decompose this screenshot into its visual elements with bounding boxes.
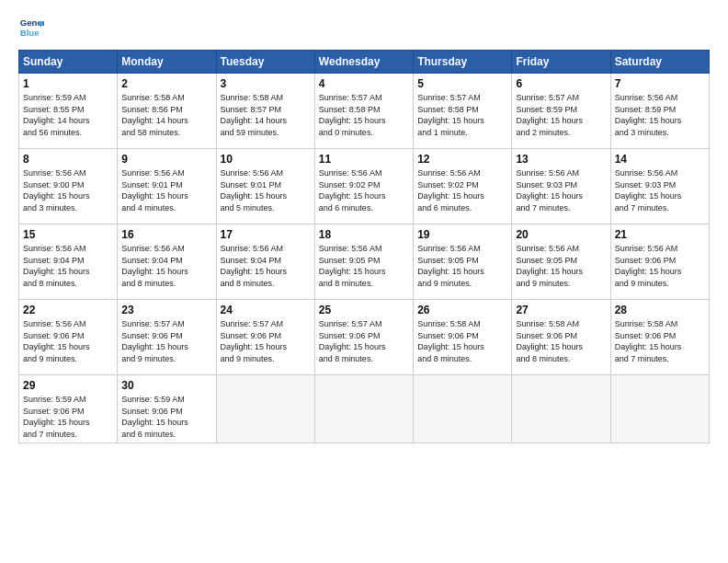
day-cell: 21 Sunrise: 5:56 AMSunset: 9:06 PMDaylig…: [610, 224, 709, 300]
day-cell: 1 Sunrise: 5:59 AMSunset: 8:55 PMDayligh…: [19, 74, 118, 149]
day-info: Sunrise: 5:56 AMSunset: 9:02 PMDaylight:…: [417, 167, 507, 213]
day-number: 1: [23, 77, 113, 90]
day-cell: 6 Sunrise: 5:57 AMSunset: 8:59 PMDayligh…: [512, 74, 610, 149]
day-info: Sunrise: 5:56 AMSunset: 9:02 PMDaylight:…: [319, 167, 409, 213]
day-info: Sunrise: 5:57 AMSunset: 8:59 PMDaylight:…: [516, 92, 606, 138]
day-cell: 17 Sunrise: 5:56 AMSunset: 9:04 PMDaylig…: [216, 224, 314, 300]
day-number: 30: [121, 379, 211, 392]
day-number: 25: [319, 304, 409, 316]
day-number: 3: [221, 77, 311, 90]
day-number: 27: [516, 304, 606, 316]
day-number: 26: [417, 304, 507, 316]
day-number: 10: [221, 153, 311, 166]
day-cell: 4 Sunrise: 5:57 AMSunset: 8:58 PMDayligh…: [314, 74, 413, 149]
day-info: Sunrise: 5:58 AMSunset: 9:06 PMDaylight:…: [417, 318, 507, 364]
day-number: 17: [221, 228, 311, 241]
day-number: 29: [23, 379, 113, 392]
day-cell: 25 Sunrise: 5:57 AMSunset: 9:06 PMDaylig…: [314, 300, 413, 375]
day-number: 22: [23, 304, 113, 316]
page: General Blue SundayMondayTuesdayWednesda…: [0, 0, 728, 563]
day-number: 4: [319, 77, 409, 90]
col-header-tuesday: Tuesday: [216, 51, 314, 74]
day-cell: 15 Sunrise: 5:56 AMSunset: 9:04 PMDaylig…: [19, 224, 118, 300]
day-info: Sunrise: 5:56 AMSunset: 9:05 PMDaylight:…: [516, 243, 606, 289]
col-header-wednesday: Wednesday: [314, 51, 413, 74]
day-number: 28: [615, 304, 705, 316]
day-cell: 11 Sunrise: 5:56 AMSunset: 9:02 PMDaylig…: [314, 149, 413, 224]
day-number: 23: [121, 304, 211, 316]
day-info: Sunrise: 5:56 AMSunset: 9:01 PMDaylight:…: [121, 167, 211, 213]
day-info: Sunrise: 5:57 AMSunset: 9:06 PMDaylight:…: [121, 318, 211, 364]
day-info: Sunrise: 5:58 AMSunset: 8:57 PMDaylight:…: [221, 92, 311, 138]
day-info: Sunrise: 5:56 AMSunset: 9:05 PMDaylight:…: [417, 243, 507, 289]
day-info: Sunrise: 5:56 AMSunset: 9:00 PMDaylight:…: [23, 167, 113, 213]
day-cell: 5 Sunrise: 5:57 AMSunset: 8:58 PMDayligh…: [414, 74, 512, 149]
day-cell: [414, 375, 512, 443]
day-number: 6: [516, 77, 606, 90]
day-info: Sunrise: 5:56 AMSunset: 9:03 PMDaylight:…: [615, 167, 705, 213]
day-number: 5: [417, 77, 507, 90]
col-header-sunday: Sunday: [19, 51, 118, 74]
day-info: Sunrise: 5:59 AMSunset: 9:06 PMDaylight:…: [121, 394, 211, 440]
header: General Blue: [18, 15, 710, 40]
day-info: Sunrise: 5:56 AMSunset: 9:06 PMDaylight:…: [615, 243, 705, 289]
day-number: 16: [121, 228, 211, 241]
day-info: Sunrise: 5:56 AMSunset: 9:01 PMDaylight:…: [221, 167, 311, 213]
day-info: Sunrise: 5:56 AMSunset: 9:04 PMDaylight:…: [121, 243, 211, 289]
col-header-saturday: Saturday: [610, 51, 709, 74]
day-info: Sunrise: 5:59 AMSunset: 8:55 PMDaylight:…: [23, 92, 113, 138]
col-header-friday: Friday: [512, 51, 610, 74]
day-cell: 30 Sunrise: 5:59 AMSunset: 9:06 PMDaylig…: [118, 375, 216, 443]
day-cell: 8 Sunrise: 5:56 AMSunset: 9:00 PMDayligh…: [19, 149, 118, 224]
day-cell: 27 Sunrise: 5:58 AMSunset: 9:06 PMDaylig…: [512, 300, 610, 375]
day-info: Sunrise: 5:58 AMSunset: 9:06 PMDaylight:…: [615, 318, 705, 364]
day-cell: 29 Sunrise: 5:59 AMSunset: 9:06 PMDaylig…: [19, 375, 118, 443]
day-number: 7: [615, 77, 705, 90]
day-number: 9: [121, 153, 211, 166]
svg-text:Blue: Blue: [20, 28, 40, 38]
day-cell: 23 Sunrise: 5:57 AMSunset: 9:06 PMDaylig…: [118, 300, 216, 375]
day-cell: [216, 375, 314, 443]
day-number: 15: [23, 228, 113, 241]
day-cell: 10 Sunrise: 5:56 AMSunset: 9:01 PMDaylig…: [216, 149, 314, 224]
day-cell: [314, 375, 413, 443]
day-number: 13: [516, 153, 606, 166]
day-cell: 13 Sunrise: 5:56 AMSunset: 9:03 PMDaylig…: [512, 149, 610, 224]
day-cell: 28 Sunrise: 5:58 AMSunset: 9:06 PMDaylig…: [610, 300, 709, 375]
day-number: 12: [417, 153, 507, 166]
calendar-header: SundayMondayTuesdayWednesdayThursdayFrid…: [19, 51, 710, 74]
day-cell: 22 Sunrise: 5:56 AMSunset: 9:06 PMDaylig…: [19, 300, 118, 375]
day-info: Sunrise: 5:57 AMSunset: 8:58 PMDaylight:…: [417, 92, 507, 138]
day-info: Sunrise: 5:58 AMSunset: 9:06 PMDaylight:…: [516, 318, 606, 364]
day-info: Sunrise: 5:56 AMSunset: 9:03 PMDaylight:…: [516, 167, 606, 213]
day-cell: 18 Sunrise: 5:56 AMSunset: 9:05 PMDaylig…: [314, 224, 413, 300]
day-number: 18: [319, 228, 409, 241]
day-cell: 12 Sunrise: 5:56 AMSunset: 9:02 PMDaylig…: [414, 149, 512, 224]
week-row-5: 29 Sunrise: 5:59 AMSunset: 9:06 PMDaylig…: [19, 375, 710, 443]
logo-icon: General Blue: [18, 15, 44, 40]
day-info: Sunrise: 5:57 AMSunset: 9:06 PMDaylight:…: [319, 318, 409, 364]
day-cell: 7 Sunrise: 5:56 AMSunset: 8:59 PMDayligh…: [610, 74, 709, 149]
day-info: Sunrise: 5:57 AMSunset: 8:58 PMDaylight:…: [319, 92, 409, 138]
day-cell: 16 Sunrise: 5:56 AMSunset: 9:04 PMDaylig…: [118, 224, 216, 300]
week-row-4: 22 Sunrise: 5:56 AMSunset: 9:06 PMDaylig…: [19, 300, 710, 375]
day-number: 8: [23, 153, 113, 166]
day-info: Sunrise: 5:58 AMSunset: 8:56 PMDaylight:…: [121, 92, 211, 138]
header-row: SundayMondayTuesdayWednesdayThursdayFrid…: [19, 51, 710, 74]
day-info: Sunrise: 5:59 AMSunset: 9:06 PMDaylight:…: [23, 394, 113, 440]
week-row-2: 8 Sunrise: 5:56 AMSunset: 9:00 PMDayligh…: [19, 149, 710, 224]
day-info: Sunrise: 5:56 AMSunset: 9:06 PMDaylight:…: [23, 318, 113, 364]
day-info: Sunrise: 5:56 AMSunset: 9:04 PMDaylight:…: [221, 243, 311, 289]
day-info: Sunrise: 5:56 AMSunset: 9:05 PMDaylight:…: [319, 243, 409, 289]
calendar-table: SundayMondayTuesdayWednesdayThursdayFrid…: [18, 50, 710, 443]
col-header-monday: Monday: [118, 51, 216, 74]
day-cell: [610, 375, 709, 443]
week-row-3: 15 Sunrise: 5:56 AMSunset: 9:04 PMDaylig…: [19, 224, 710, 300]
day-number: 2: [121, 77, 211, 90]
week-row-1: 1 Sunrise: 5:59 AMSunset: 8:55 PMDayligh…: [19, 74, 710, 149]
day-number: 21: [615, 228, 705, 241]
day-info: Sunrise: 5:57 AMSunset: 9:06 PMDaylight:…: [221, 318, 311, 364]
day-cell: 26 Sunrise: 5:58 AMSunset: 9:06 PMDaylig…: [414, 300, 512, 375]
day-cell: 9 Sunrise: 5:56 AMSunset: 9:01 PMDayligh…: [118, 149, 216, 224]
day-info: Sunrise: 5:56 AMSunset: 9:04 PMDaylight:…: [23, 243, 113, 289]
